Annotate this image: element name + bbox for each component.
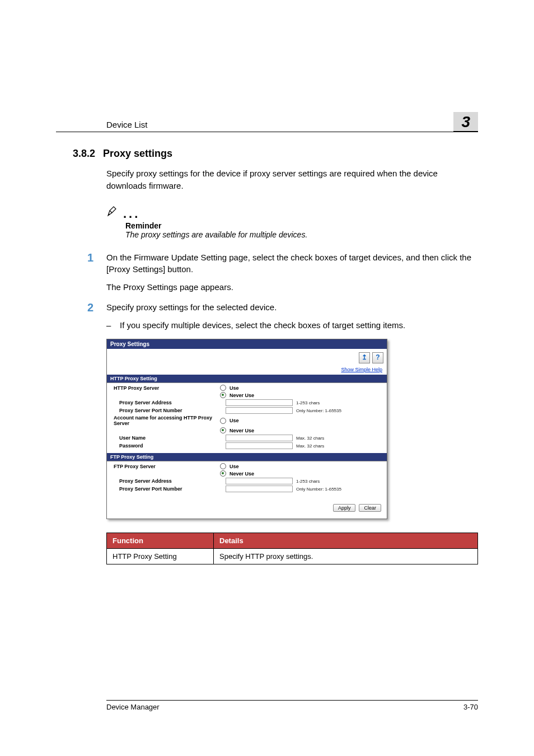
ftp-use-radio[interactable] — [220, 463, 226, 469]
function-details-table: Function Details HTTP Proxy Setting Spec… — [106, 533, 478, 564]
http-pass-hint: Max. 32 chars — [296, 444, 352, 449]
show-simple-help-link[interactable]: Show Simple Help — [107, 367, 387, 375]
http-acct-never-radio[interactable] — [220, 427, 226, 433]
http-acct-use-radio[interactable] — [220, 418, 226, 424]
apply-button[interactable]: Apply — [333, 504, 356, 512]
ftp-never-use-label: Never Use — [229, 471, 254, 477]
http-port-input[interactable] — [226, 407, 293, 414]
running-header: Device List — [56, 120, 147, 132]
http-user-label: User Name — [111, 435, 226, 441]
http-never-use-radio[interactable] — [220, 392, 226, 398]
http-addr-label: Proxy Server Address — [111, 400, 226, 405]
table-cell-details: Specify HTTP proxy settings. — [214, 549, 478, 564]
http-acct-never-label: Never Use — [229, 428, 254, 433]
ftp-addr-hint: 1-253 chars — [296, 479, 352, 484]
http-user-hint: Max. 32 chars — [296, 436, 352, 441]
reminder-text: The proxy settings are available for mul… — [125, 230, 478, 239]
ftp-port-label: Proxy Server Port Number — [111, 486, 226, 492]
section-heading: 3.8.2 Proxy settings — [73, 148, 478, 160]
ftp-proxy-server-label: FTP Proxy Server — [111, 464, 220, 469]
step-2: 2 Specify proxy settings for the selecte… — [106, 301, 478, 332]
step-after: The Proxy Settings page appears. — [106, 281, 478, 293]
http-user-input[interactable] — [226, 435, 293, 441]
step-text: On the Firmware Update Setting page, sel… — [106, 251, 478, 276]
http-section-bar: HTTP Proxy Setting — [107, 375, 387, 383]
clear-button[interactable]: Clear — [359, 504, 381, 512]
footer-left: Device Manager — [106, 703, 160, 711]
step-number: 1 — [87, 251, 96, 293]
help-icon[interactable]: ? — [372, 352, 383, 363]
table-header-details: Details — [214, 533, 478, 549]
ftp-never-use-radio[interactable] — [220, 470, 226, 477]
step-sub-text: If you specify multiple devices, select … — [120, 319, 405, 332]
proxy-settings-screenshot: Proxy Settings ↥ ? Show Simple Help HTTP… — [106, 339, 387, 519]
http-addr-input[interactable] — [226, 399, 293, 406]
step-text: Specify proxy settings for the selected … — [106, 301, 478, 314]
reminder-block: ... Reminder The proxy settings are avai… — [106, 204, 478, 239]
section-intro: Specify proxy settings for the device if… — [106, 167, 478, 192]
back-arrow-icon[interactable]: ↥ — [359, 352, 370, 363]
section-number: 3.8.2 — [73, 148, 95, 160]
pencil-icon — [106, 204, 120, 220]
table-row: HTTP Proxy Setting Specify HTTP proxy se… — [107, 549, 478, 564]
http-acct-label: Account name for accessing HTTP Proxy Se… — [111, 415, 220, 426]
step-1: 1 On the Firmware Update Setting page, s… — [106, 251, 478, 293]
http-addr-hint: 1-253 chars — [296, 400, 352, 405]
ftp-use-label: Use — [229, 464, 239, 469]
reminder-label: Reminder — [125, 221, 478, 230]
http-port-hint: Only Number: 1-65535 — [296, 408, 352, 413]
http-pass-input[interactable] — [226, 442, 293, 449]
http-acct-use-label: Use — [229, 418, 239, 423]
ftp-port-input[interactable] — [226, 486, 293, 492]
ellipsis-icon: ... — [123, 208, 140, 220]
http-use-radio[interactable] — [220, 385, 226, 391]
footer-right: 3-70 — [463, 703, 478, 711]
chapter-number-chip: 3 — [453, 112, 478, 132]
step-number: 2 — [87, 301, 96, 332]
table-cell-function: HTTP Proxy Setting — [107, 549, 214, 564]
http-port-label: Proxy Server Port Number — [111, 408, 226, 413]
section-title: Proxy settings — [103, 148, 172, 160]
table-header-function: Function — [107, 533, 214, 549]
dialog-title: Proxy Settings — [107, 339, 387, 349]
dash-icon: – — [106, 319, 112, 332]
ftp-port-hint: Only Number: 1-65535 — [296, 487, 352, 492]
ftp-addr-label: Proxy Server Address — [111, 478, 226, 484]
http-never-use-label: Never Use — [229, 393, 254, 398]
http-pass-label: Password — [111, 443, 226, 449]
http-proxy-server-label: HTTP Proxy Server — [111, 385, 220, 391]
http-use-label: Use — [229, 385, 239, 391]
ftp-addr-input[interactable] — [226, 478, 293, 484]
ftp-section-bar: FTP Proxy Setting — [107, 453, 387, 461]
